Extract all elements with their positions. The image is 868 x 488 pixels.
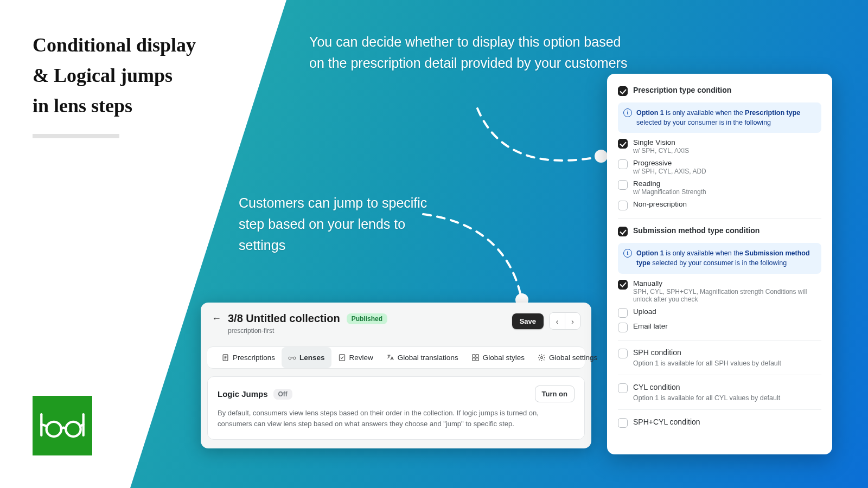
checkbox-prescription-type-condition[interactable] xyxy=(618,86,628,96)
checkbox-cyl-condition[interactable] xyxy=(618,383,628,393)
option-label: Upload xyxy=(633,307,656,316)
submission-method-info: i Option 1 is only available when the Su… xyxy=(618,243,821,273)
collection-slug: prescription-first xyxy=(228,327,387,335)
option-sublabel: SPH, CYL, SPH+CYL, Magnification strengt… xyxy=(633,288,821,303)
annotation-top: You can decide whether to display this o… xyxy=(309,31,635,74)
checkbox-progressive[interactable] xyxy=(618,159,628,169)
tab-label: Global translations xyxy=(398,354,458,362)
info-icon: i xyxy=(623,249,632,258)
heading-underline xyxy=(33,134,119,138)
next-button[interactable]: › xyxy=(565,313,580,329)
lenses-icon xyxy=(288,354,296,362)
svg-point-19 xyxy=(541,357,543,359)
tab-label: Prescriptions xyxy=(233,354,275,362)
collection-title: 3/8 Untitled collection xyxy=(228,312,340,325)
option-single-vision[interactable]: Single Visionw/ SPH, CYL, AXIS xyxy=(618,138,821,155)
checkbox-email-later[interactable] xyxy=(618,323,628,332)
prev-next-nav: ‹ › xyxy=(549,312,580,330)
checkbox-submission-method-condition[interactable] xyxy=(618,227,628,236)
option-label: Progressive xyxy=(633,159,706,167)
sph-condition-sublabel: Option 1 is available for all SPH values… xyxy=(633,359,821,367)
back-button[interactable]: ← xyxy=(212,313,221,324)
svg-rect-15 xyxy=(473,355,475,357)
tab-review[interactable]: Review xyxy=(331,347,380,368)
svg-line-5 xyxy=(80,425,84,426)
tab-label: Global styles xyxy=(483,354,525,362)
option-email-later[interactable]: Email later xyxy=(618,322,821,332)
turn-on-button[interactable]: Turn on xyxy=(535,386,575,402)
editor-tabs: Prescriptions Lenses Review Global trans… xyxy=(207,346,585,369)
tab-label: Lenses xyxy=(299,354,325,362)
save-button[interactable]: Save xyxy=(512,313,544,329)
tab-label: Review xyxy=(349,354,373,362)
checkbox-manually[interactable] xyxy=(618,280,628,290)
option-sublabel: w/ SPH, CYL, AXIS xyxy=(633,147,689,155)
info-icon: i xyxy=(623,108,632,117)
review-icon xyxy=(338,354,346,362)
svg-point-2 xyxy=(66,422,80,436)
svg-rect-16 xyxy=(476,355,478,357)
option-manually[interactable]: ManuallySPH, CYL, SPH+CYL, Magnification… xyxy=(618,279,821,303)
svg-rect-14 xyxy=(339,355,344,361)
collection-editor-panel: ← 3/8 Untitled collection Published pres… xyxy=(201,303,591,448)
sph-cyl-condition-label: SPH+CYL condition xyxy=(633,418,700,426)
styles-icon xyxy=(471,354,480,362)
option-label: Reading xyxy=(633,179,706,188)
prev-button[interactable]: ‹ xyxy=(550,313,565,329)
svg-point-13 xyxy=(293,357,296,359)
option-upload[interactable]: Upload xyxy=(618,307,821,318)
logic-jumps-card: Logic Jumps Off Turn on By default, cons… xyxy=(207,376,585,440)
option-label: Single Vision xyxy=(633,138,689,146)
submission-method-options: ManuallySPH, CYL, SPH+CYL, Magnification… xyxy=(618,279,821,332)
logic-jumps-description: By default, consumers view lens steps ba… xyxy=(218,408,575,429)
tab-prescriptions[interactable]: Prescriptions xyxy=(215,347,282,368)
translations-icon xyxy=(386,354,394,362)
editor-topbar: ← 3/8 Untitled collection Published pres… xyxy=(201,303,591,339)
sph-cyl-condition-section: SPH+CYL condition xyxy=(618,409,821,435)
checkbox-sph-cyl-condition[interactable] xyxy=(618,418,628,428)
published-badge: Published xyxy=(347,313,387,324)
prescription-type-condition-section: Prescription type condition i Option 1 i… xyxy=(618,82,821,218)
tab-lenses[interactable]: Lenses xyxy=(282,347,331,368)
prescription-type-options: Single Visionw/ SPH, CYL, AXIS Progressi… xyxy=(618,138,821,210)
checkbox-single-vision[interactable] xyxy=(618,139,628,149)
tab-global-translations[interactable]: Global translations xyxy=(380,347,465,368)
logic-jumps-status-badge: Off xyxy=(273,389,292,400)
svg-point-1 xyxy=(47,422,61,436)
logic-jumps-title: Logic Jumps xyxy=(218,389,268,399)
tab-global-settings[interactable]: Global settings xyxy=(531,347,604,368)
sph-condition-label: SPH condition xyxy=(633,348,681,357)
sph-condition-section: SPH condition Option 1 is available for … xyxy=(618,340,821,375)
svg-rect-17 xyxy=(473,358,475,361)
tab-global-styles[interactable]: Global styles xyxy=(465,347,531,368)
brand-logo xyxy=(33,396,92,455)
cyl-condition-label: CYL condition xyxy=(633,383,680,391)
checkbox-sph-condition[interactable] xyxy=(618,349,628,358)
option-progressive[interactable]: Progressivew/ SPH, CYL, AXIS, ADD xyxy=(618,159,821,175)
heading-line-1: Conditional display xyxy=(33,30,266,61)
option-sublabel: w/ Magnification Strength xyxy=(633,188,706,196)
conditions-panel: Prescription type condition i Option 1 i… xyxy=(607,74,832,454)
slide-heading: Conditional display & Logical jumps in l… xyxy=(33,30,266,138)
annotation-middle: Customers can jump to specific step base… xyxy=(239,192,434,255)
checkbox-upload[interactable] xyxy=(618,308,628,318)
gear-icon xyxy=(538,354,546,362)
option-sublabel: w/ SPH, CYL, AXIS, ADD xyxy=(633,168,706,175)
submission-method-condition-section: Submission method type condition i Optio… xyxy=(618,218,821,339)
checkbox-reading[interactable] xyxy=(618,180,628,190)
checkbox-non-prescription[interactable] xyxy=(618,201,628,210)
glasses-icon xyxy=(39,409,86,442)
heading-line-2: & Logical jumps xyxy=(33,61,266,91)
option-label: Manually xyxy=(633,279,821,287)
cyl-condition-section: CYL condition Option 1 is available for … xyxy=(618,375,821,409)
cyl-condition-sublabel: Option 1 is available for all CYL values… xyxy=(633,394,821,402)
svg-point-12 xyxy=(289,357,291,359)
svg-rect-18 xyxy=(476,358,478,361)
option-non-prescription[interactable]: Non-prescription xyxy=(618,200,821,210)
tab-label: Global settings xyxy=(549,354,597,362)
prescriptions-icon xyxy=(221,354,229,362)
heading-line-3: in lens steps xyxy=(33,91,266,121)
option-reading[interactable]: Readingw/ Magnification Strength xyxy=(618,179,821,196)
option-label: Email later xyxy=(633,322,668,330)
submission-method-condition-label: Submission method type condition xyxy=(633,226,760,235)
